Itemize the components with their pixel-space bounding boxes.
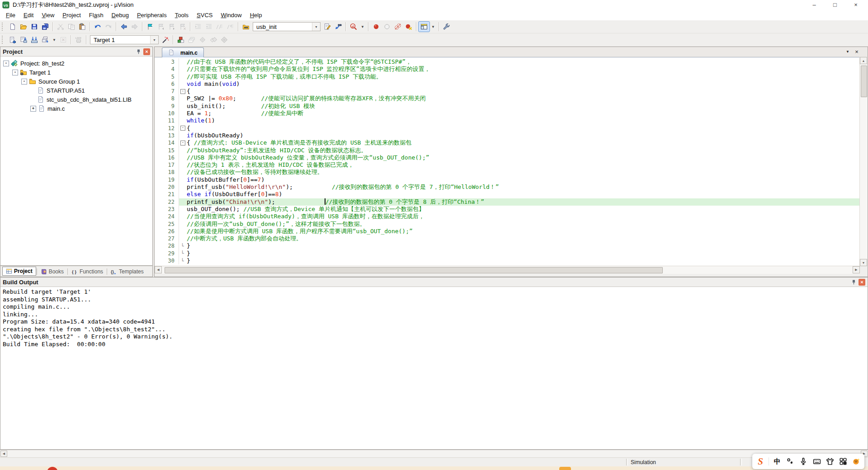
code-line-11[interactable]: 11while(1) (155, 117, 860, 124)
punctuation-toggle-icon[interactable] (785, 456, 795, 467)
paste-icon[interactable] (77, 22, 88, 32)
panel-tab-templates[interactable]: {}Templates (108, 268, 147, 276)
code-line-15[interactable]: 15//“bUsbOutReady”:主机发送给 HID/CDC 设备的数据状态… (155, 147, 860, 154)
code-line-25[interactable]: 25//必须调用一次“usb_OUT_done();”，这样才能接收下一包数据。 (155, 221, 860, 228)
bookmark-next-icon[interactable] (166, 22, 177, 32)
kill-all-breakpoints-icon[interactable] (403, 22, 414, 32)
code-line-content[interactable]: //状态位为 1 表示，主机发送给 HID/CDC 设备数据已完成， (179, 161, 860, 169)
panel-tab-books[interactable]: ?Books (38, 268, 67, 276)
toolbar-grip[interactable] (2, 23, 5, 31)
tree-item-startup-a51[interactable]: STARTUP.A51 (3, 86, 152, 95)
code-line-26[interactable]: 26//如果是使用中断方式调用 USB 库函数，用户程序不需要调用“usb_OU… (155, 228, 860, 235)
minimize-button[interactable]: – (806, 0, 823, 10)
translate-file-icon[interactable] (7, 35, 18, 45)
configuration-icon[interactable] (441, 22, 452, 32)
uncomment-selection-icon[interactable]: /* (225, 22, 236, 32)
close-window-button[interactable]: × (847, 0, 864, 10)
menu-file[interactable]: File (2, 10, 19, 20)
close-document-icon[interactable]: × (853, 48, 860, 55)
comment-selection-icon[interactable]: // (214, 22, 225, 32)
document-find-icon[interactable] (322, 22, 333, 32)
navigate-forward-icon[interactable] (129, 22, 140, 32)
code-line-7[interactable]: 7-{ (155, 88, 860, 95)
sogou-logo-icon[interactable]: S (755, 456, 765, 467)
search-combobox[interactable]: usb_init▼ (253, 22, 321, 31)
tab-list-icon[interactable]: ▼ (844, 50, 851, 54)
tree-item-stc-usb-cdc-8h-xdata-bl51-lib[interactable]: stc_usb_cdc_8h_xdata_bl51.LIB (3, 95, 152, 104)
panel-tab-project[interactable]: Project (2, 267, 36, 276)
code-line-content[interactable]: //当使用查询方式 if(bUsbOutReady)，查询调用 USB 库函数时… (179, 213, 860, 220)
maximize-button[interactable]: □ (826, 0, 844, 10)
tab-main-c[interactable]: main.c (162, 47, 204, 57)
code-line-27[interactable]: 27//中断方式，USB 库函数内部会自动处理。 (155, 235, 860, 242)
batch-build-icon[interactable] (40, 35, 51, 45)
menu-peripherals[interactable]: Peripherals (133, 10, 171, 20)
scroll-right-icon[interactable]: ▶ (853, 266, 860, 273)
pin-icon[interactable] (850, 278, 857, 286)
code-line-6[interactable]: 6void main(void) (155, 80, 860, 88)
tree-item-project-8h-test2[interactable]: -Project: 8h_test2 (3, 59, 152, 68)
code-line-content[interactable]: void main(void) (179, 80, 860, 88)
debug-session-icon[interactable]: d (348, 22, 359, 32)
code-line-8[interactable]: 8P_SW2 |= 0x80; //使能可以访问扩展的特殊功能寄存器XFR，没有… (155, 95, 860, 102)
editor-vertical-scrollbar[interactable]: ▲ ▼ (859, 57, 868, 266)
horizontal-scroll-thumb[interactable] (165, 267, 663, 273)
code-line-29[interactable]: 29└} (155, 250, 860, 257)
code-line-12[interactable]: 12-{ (155, 125, 860, 132)
chevron-down-icon[interactable]: ▼ (312, 23, 320, 31)
skin-center-icon[interactable] (825, 456, 835, 467)
undo-icon[interactable] (92, 22, 103, 32)
bookmark-toggle-icon[interactable] (145, 22, 156, 32)
bookmark-prev-icon[interactable] (156, 22, 166, 32)
fold-marker-icon[interactable]: - (179, 89, 187, 94)
menu-view[interactable]: View (38, 10, 58, 20)
code-line-content[interactable]: P_SW2 |= 0x80; //使能可以访问扩展的特殊功能寄存器XFR，没有冲… (179, 95, 860, 102)
download-to-flash-icon[interactable]: LOAD (73, 35, 84, 45)
panel-tab-functions[interactable]: { }Functions (68, 268, 106, 276)
code-line-17[interactable]: 17//状态位为 1 表示，主机发送给 HID/CDC 设备数据已完成， (155, 161, 860, 169)
save-icon[interactable] (29, 22, 40, 32)
chinese-english-toggle[interactable]: 中 (772, 456, 782, 467)
code-line-28[interactable]: 28└} (155, 242, 860, 249)
indent-icon[interactable] (193, 22, 203, 32)
code-line-content[interactable]: else if(UsbOutBuffer[0]==8) (179, 191, 860, 198)
code-line-content[interactable]: -{ //查询方式: USB-Device 单片机查询是否有接收完成的 USB … (179, 139, 860, 146)
scroll-down-icon[interactable]: ▼ (860, 259, 867, 266)
options-for-target-icon[interactable] (160, 35, 171, 45)
copy-icon[interactable] (66, 22, 77, 32)
code-line-content[interactable]: -{ (179, 88, 860, 95)
menu-flash[interactable]: Flash (85, 10, 108, 20)
menu-help[interactable]: Help (246, 10, 266, 20)
scroll-up-icon[interactable]: ▲ (860, 57, 867, 64)
toolbar-grip[interactable] (2, 36, 5, 44)
new-file-icon[interactable] (7, 22, 18, 32)
menu-svcs[interactable]: SVCS (193, 10, 217, 20)
save-all-icon[interactable] (40, 22, 51, 32)
code-line-13[interactable]: 13if(bUsbOutReady) (155, 132, 860, 139)
menu-project[interactable]: Project (58, 10, 85, 20)
code-line-content[interactable]: //必须调用一次“usb_OUT_done();”，这样才能接收下一包数据。 (179, 221, 860, 228)
rebuild-all-icon[interactable] (29, 35, 40, 45)
tree-item-target-1[interactable]: -Target 1 (3, 68, 152, 77)
code-line-content[interactable]: └} (179, 242, 860, 249)
window-layout-icon[interactable] (419, 22, 429, 32)
tree-expander-icon[interactable]: - (3, 61, 9, 66)
code-line-5[interactable]: 5//即可实现 USB 不停电 ISP 下载功能，或串口不停电 ISP 下载功能… (155, 73, 860, 80)
code-line-content[interactable]: └} (179, 257, 860, 264)
unindent-icon[interactable] (203, 22, 214, 32)
code-line-19[interactable]: 19if(UsbOutBuffer[0]==7) (155, 176, 860, 183)
code-line-content[interactable]: //由于在 USB 库函数的代码中已经定义了，不停电 ISP 下载命令字“@ST… (179, 58, 860, 66)
editor-horizontal-scrollbar[interactable]: ◀ ▶ (155, 266, 860, 274)
code-line-3[interactable]: 3//由于在 USB 库函数的代码中已经定义了，不停电 ISP 下载命令字“@S… (155, 58, 860, 66)
fold-marker-icon[interactable]: - (179, 126, 187, 131)
code-area[interactable]: 3//由于在 USB 库函数的代码中已经定义了，不停电 ISP 下载命令字“@S… (155, 57, 860, 266)
voice-input-icon[interactable] (798, 456, 808, 467)
code-line-21[interactable]: 21else if(UsbOutBuffer[0]==8) (155, 191, 860, 198)
tree-item-main-c[interactable]: +main.c (3, 104, 152, 113)
menu-debug[interactable]: Debug (108, 10, 133, 20)
code-line-content[interactable]: printf_usb("HelloWorld!\r\n"); //接收到的数据包… (179, 183, 860, 191)
code-line-24[interactable]: 24//当使用查询方式 if(bUsbOutReady)，查询调用 USB 库函… (155, 213, 860, 220)
build-output-log[interactable]: Rebuild target 'Target 1'assembling STAR… (0, 287, 868, 449)
manage-project-items-icon[interactable] (175, 35, 186, 45)
insert-breakpoint-icon[interactable] (371, 22, 382, 32)
